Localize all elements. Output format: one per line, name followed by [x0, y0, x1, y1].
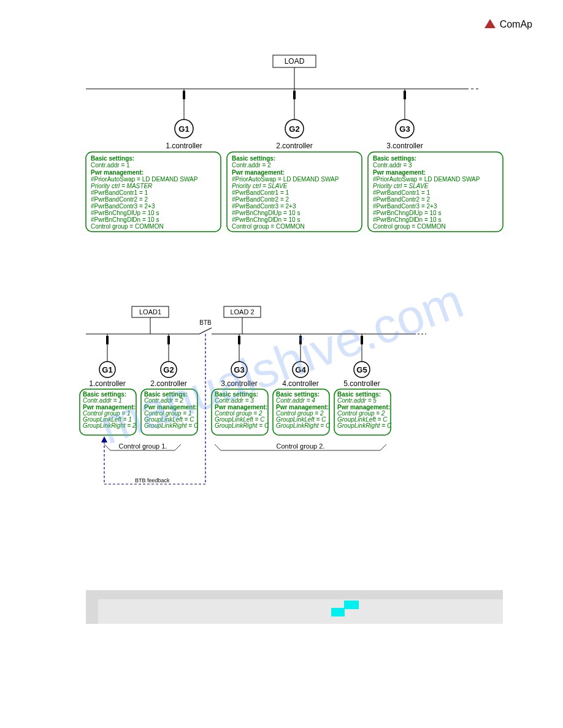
svg-text:#PriorAutoSwap = LD DEMAND SWA: #PriorAutoSwap = LD DEMAND SWAP: [91, 176, 198, 183]
svg-text:Basic settings:: Basic settings:: [91, 155, 134, 162]
svg-text:#PwrBandContr1   = 1: #PwrBandContr1 = 1: [373, 189, 431, 196]
svg-text:1.controller: 1.controller: [166, 142, 202, 150]
svg-text:G2: G2: [163, 365, 174, 374]
svg-text:#PwrBnChngDlDn  = 10 s: #PwrBnChngDlDn = 10 s: [232, 216, 300, 223]
svg-text:3.controller: 3.controller: [221, 379, 257, 388]
svg-text:#PwrBnChngDlUp  = 10 s: #PwrBnChngDlUp = 10 s: [91, 210, 159, 216]
svg-text:Contr.addr = 2: Contr.addr = 2: [232, 162, 271, 169]
svg-line-60: [199, 328, 212, 334]
gen-2: G2 2.controller: [276, 89, 312, 150]
svg-text:Priority ctrl        = SLAVE: Priority ctrl = SLAVE: [373, 183, 429, 189]
cfg-boxes-row: Basic settings: Contr.addr = 1 Pwr manag…: [80, 389, 392, 435]
cyan-block-2: [344, 601, 359, 609]
svg-text:G2: G2: [289, 124, 299, 134]
svg-text:Contr.addr = 3: Contr.addr = 3: [373, 162, 412, 169]
btb-label: BTB: [199, 319, 212, 326]
svg-text:Pwr management:: Pwr management:: [373, 169, 426, 176]
svg-text:GroupLinkRight = C: GroupLinkRight = C: [276, 422, 331, 429]
brand-logo: ComAp: [483, 17, 532, 32]
svg-text:GroupLinkRight = C: GroupLinkRight = C: [215, 422, 269, 429]
svg-text:G1: G1: [102, 365, 112, 374]
svg-text:G4: G4: [295, 365, 306, 374]
diagram-top: LOAD G1 1.controller G2 2.controller G3 …: [86, 55, 503, 251]
brand-name: ComAp: [500, 19, 532, 30]
btb-feedback-label: BTB feedback: [135, 477, 170, 483]
cfg-box-2: Basic settings: Contr.addr = 2 Pwr manag…: [227, 152, 362, 232]
svg-text:#PwrBnChngDlDn  = 10 s: #PwrBnChngDlDn = 10 s: [91, 216, 159, 223]
svg-text:G3: G3: [399, 124, 410, 134]
gen-3: G3 3.controller: [386, 89, 423, 150]
svg-text:#PwrBandContr1   = 1: #PwrBandContr1 = 1: [232, 189, 289, 196]
svg-text:#PwrBandContr3   = 2+3: #PwrBandContr3 = 2+3: [91, 203, 155, 210]
svg-text:Basic settings:: Basic settings:: [373, 155, 416, 162]
svg-text:#PwrBnChngDlUp  = 10 s: #PwrBnChngDlUp = 10 s: [232, 210, 300, 216]
svg-text:Priority ctrl        = MASTER: Priority ctrl = MASTER: [91, 183, 152, 189]
svg-text:Contr.addr = 1: Contr.addr = 1: [91, 162, 130, 169]
svg-text:2.controller: 2.controller: [276, 142, 312, 150]
cyan-block-1: [331, 608, 345, 616]
svg-text:#PwrBnChngDlUp  = 10 s: #PwrBnChngDlUp = 10 s: [373, 210, 441, 216]
svg-text:#PwrBandContr2   = 2: #PwrBandContr2 = 2: [373, 196, 431, 203]
svg-text:Pwr management:: Pwr management:: [232, 169, 285, 176]
svg-text:G5: G5: [356, 365, 367, 374]
svg-marker-123: [101, 436, 107, 442]
group1-label: Control group 1.: [119, 442, 167, 450]
svg-text:2.controller: 2.controller: [150, 379, 186, 388]
svg-text:#PriorAutoSwap = LD DEMAND SWA: #PriorAutoSwap = LD DEMAND SWAP: [373, 176, 480, 183]
svg-text:GroupLinkRight = 2: GroupLinkRight = 2: [83, 422, 136, 429]
svg-text:#PwrBnChngDlDn  = 10 s: #PwrBnChngDlDn = 10 s: [373, 216, 441, 223]
svg-text:5.controller: 5.controller: [343, 379, 380, 388]
svg-text:Pwr management:: Pwr management:: [91, 169, 144, 176]
svg-text:Priority ctrl        = SLAVE: Priority ctrl = SLAVE: [232, 183, 288, 189]
svg-text:Control group      = COMMON: Control group = COMMON: [91, 223, 164, 230]
svg-text:Contr.addr = 4: Contr.addr = 4: [276, 397, 315, 404]
cfg-box-3: Basic settings: Contr.addr = 3 Pwr manag…: [368, 152, 503, 232]
logo-triangle-icon: [483, 17, 497, 32]
svg-text:Control group      = COMMON: Control group = COMMON: [373, 223, 446, 230]
svg-text:GroupLinkRight = C: GroupLinkRight = C: [144, 422, 199, 429]
svg-text:Control group      = COMMON: Control group = COMMON: [232, 223, 305, 230]
load-label: LOAD: [285, 57, 305, 66]
cfg-box-1: Basic settings: Contr.addr = 1 Pwr manag…: [86, 152, 221, 232]
load1-label: LOAD1: [139, 308, 161, 316]
svg-text:Contr.addr = 3: Contr.addr = 3: [215, 397, 254, 404]
svg-text:#PwrBandContr3   = 2+3: #PwrBandContr3 = 2+3: [373, 203, 437, 210]
svg-text:#PwrBandContr1   = 1: #PwrBandContr1 = 1: [91, 189, 148, 196]
footer-strip: [98, 599, 503, 624]
svg-text:#PwrBandContr2   = 2: #PwrBandContr2 = 2: [91, 196, 148, 203]
svg-text:G1: G1: [178, 124, 189, 134]
svg-text:Contr.addr = 1: Contr.addr = 1: [83, 397, 122, 404]
group2-label: Control group 2.: [277, 442, 325, 450]
svg-text:#PwrBandContr2   = 2: #PwrBandContr2 = 2: [232, 196, 289, 203]
svg-text:Contr.addr = 5: Contr.addr = 5: [337, 397, 377, 404]
load2-label: LOAD 2: [230, 308, 254, 316]
svg-text:1.controller: 1.controller: [89, 379, 125, 388]
svg-text:#PwrBandContr3   = 2+3: #PwrBandContr3 = 2+3: [232, 203, 296, 210]
page: ComAp LOAD G1 1.controller G2 2.controll…: [0, 0, 563, 728]
svg-text:3.controller: 3.controller: [386, 142, 423, 150]
footer-bar: [86, 590, 503, 624]
svg-text:Contr.addr = 2: Contr.addr = 2: [144, 397, 183, 404]
diagram-bottom: LOAD1 LOAD 2 BTB G11.controller G22.cont…: [86, 306, 429, 502]
svg-text:Basic settings:: Basic settings:: [232, 155, 275, 162]
svg-text:#PriorAutoSwap = LD DEMAND SWA: #PriorAutoSwap = LD DEMAND SWAP: [232, 176, 339, 183]
svg-text:GroupLinkRight = C: GroupLinkRight = C: [337, 422, 392, 429]
gen-row: G11.controller G22.controller G33.contro…: [89, 334, 380, 388]
svg-text:4.controller: 4.controller: [282, 379, 318, 388]
svg-text:G3: G3: [234, 365, 244, 374]
gen-1: G1 1.controller: [166, 89, 202, 150]
